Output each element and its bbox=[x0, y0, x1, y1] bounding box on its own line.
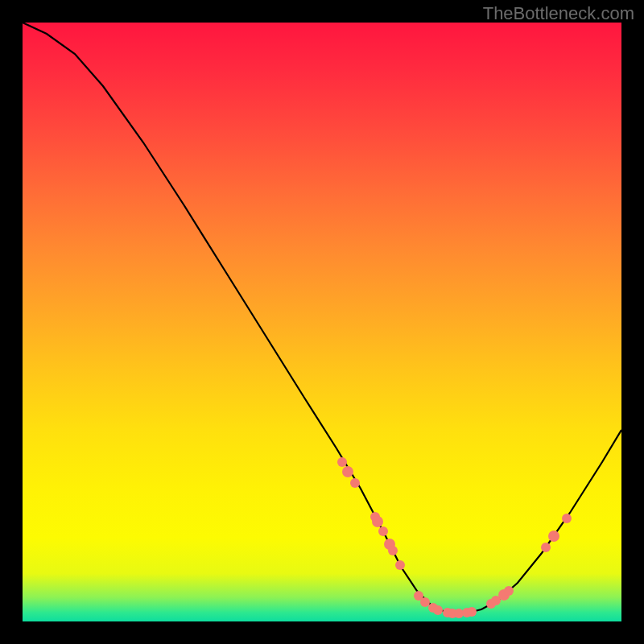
data-point bbox=[433, 605, 443, 615]
plot-area bbox=[23, 23, 621, 621]
data-point bbox=[342, 466, 353, 477]
data-point bbox=[388, 546, 398, 555]
data-point bbox=[337, 457, 347, 467]
data-point bbox=[395, 560, 405, 570]
data-point bbox=[548, 530, 559, 542]
bottleneck-curve bbox=[23, 23, 621, 613]
data-point bbox=[372, 516, 383, 527]
chart-svg bbox=[23, 23, 621, 621]
data-point bbox=[541, 543, 551, 552]
data-point bbox=[420, 597, 430, 607]
data-point bbox=[378, 526, 388, 536]
data-point bbox=[504, 586, 514, 596]
data-dots bbox=[337, 457, 572, 618]
data-point bbox=[562, 514, 572, 523]
watermark-text: TheBottleneck.com bbox=[483, 3, 634, 24]
data-point bbox=[467, 607, 477, 617]
data-point bbox=[350, 478, 360, 488]
